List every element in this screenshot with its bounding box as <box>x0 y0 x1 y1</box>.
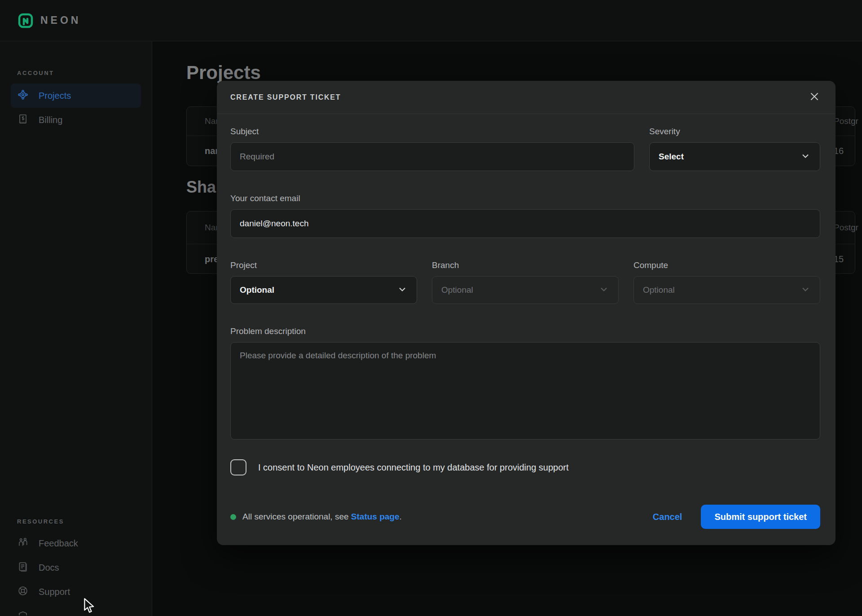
subject-input[interactable] <box>230 142 634 171</box>
modal-title: CREATE SUPPORT TICKET <box>230 93 341 101</box>
branch-select: Optional <box>432 276 619 304</box>
branch-select-value: Optional <box>441 285 473 295</box>
project-select[interactable]: Optional <box>230 276 417 304</box>
sidebar-item-label: Projects <box>39 91 71 101</box>
status-page-link[interactable]: Status page <box>351 512 400 521</box>
contact-email-input[interactable] <box>230 209 820 238</box>
brand-wordmark: NEON <box>40 14 81 26</box>
sidebar-item-label: Docs <box>39 563 59 573</box>
chevron-down-icon <box>800 150 811 163</box>
page-title: Projects <box>186 62 261 84</box>
submit-support-ticket-button[interactable]: Submit support ticket <box>701 505 820 529</box>
sidebar-item-projects[interactable]: Projects <box>11 84 141 108</box>
chevron-down-icon <box>800 284 811 296</box>
billing-icon <box>17 113 29 127</box>
subject-label: Subject <box>230 127 634 136</box>
chevron-down-icon <box>397 284 408 296</box>
postgres-column-header: Postgr <box>834 116 858 126</box>
sidebar-item-partial[interactable] <box>11 605 141 616</box>
compute-label: Compute <box>633 260 820 270</box>
contact-email-label: Your contact email <box>230 194 820 203</box>
modal-header: CREATE SUPPORT TICKET <box>217 81 836 114</box>
consent-label: I consent to Neon employees connecting t… <box>258 462 569 473</box>
support-icon <box>17 585 29 599</box>
sidebar-item-feedback[interactable]: Feedback <box>11 531 141 555</box>
cancel-button[interactable]: Cancel <box>653 512 682 522</box>
problem-description-label: Problem description <box>230 326 820 336</box>
consent-checkbox[interactable] <box>230 459 246 475</box>
sidebar: ACCOUNT Projects <box>0 41 152 616</box>
sidebar-item-label: Billing <box>39 115 62 125</box>
projects-icon <box>17 89 29 103</box>
severity-label: Severity <box>649 127 820 136</box>
name-column-header: Nan <box>187 223 220 233</box>
branch-label: Branch <box>432 260 619 270</box>
severity-select-value: Select <box>659 152 684 162</box>
status-ok-dot-icon <box>230 514 236 520</box>
problem-description-textarea[interactable] <box>230 342 820 440</box>
close-button[interactable] <box>808 91 821 104</box>
sidebar-item-billing[interactable]: Billing <box>11 108 141 132</box>
compute-select-value: Optional <box>643 285 675 295</box>
sidebar-item-label: Feedback <box>39 538 78 549</box>
feedback-icon <box>17 537 29 550</box>
compute-select: Optional <box>633 276 820 304</box>
sidebar-item-label: Support <box>39 587 70 597</box>
name-column-header: Nan <box>187 116 220 126</box>
docs-icon <box>17 561 29 575</box>
close-icon <box>809 91 820 104</box>
project-label: Project <box>230 260 417 270</box>
sidebar-item-docs[interactable]: Docs <box>11 555 141 580</box>
neon-logo-icon <box>18 13 33 28</box>
neon-logo[interactable]: NEON <box>18 13 81 28</box>
top-bar: NEON <box>0 0 862 41</box>
create-support-ticket-modal: CREATE SUPPORT TICKET Subject Severity S… <box>217 81 836 545</box>
status-text: All services operational, see Status pag… <box>242 512 402 522</box>
mouse-cursor <box>83 598 96 615</box>
sidebar-item-support[interactable]: Support <box>11 580 141 604</box>
severity-select[interactable]: Select <box>649 142 820 171</box>
partial-icon <box>17 610 29 616</box>
postgres-column-header: Postgr <box>834 223 858 233</box>
account-section-label: ACCOUNT <box>0 70 152 76</box>
project-select-value: Optional <box>240 285 274 295</box>
resources-section-label: RESOURCES <box>0 518 152 525</box>
chevron-down-icon <box>598 284 609 296</box>
